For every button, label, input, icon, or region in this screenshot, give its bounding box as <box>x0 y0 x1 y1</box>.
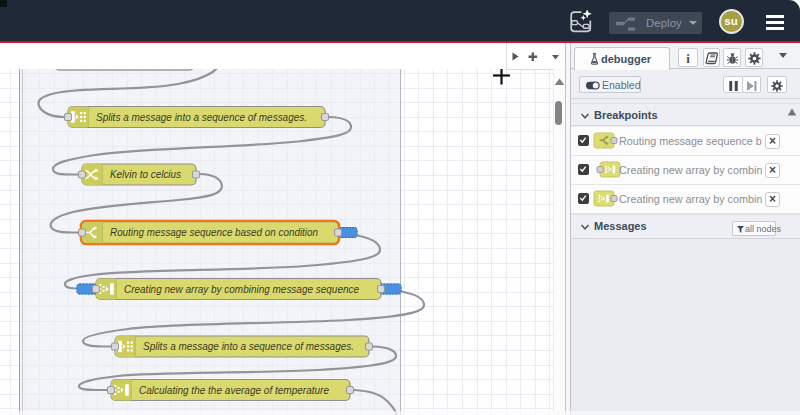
svg-text:Splits a message into a sequen: Splits a message into a sequence of mess… <box>143 340 354 352</box>
svg-text:Creating new array by combinin: Creating new array by combining message … <box>124 283 359 295</box>
svg-text:Calculating the the average of: Calculating the the average of temperatu… <box>139 384 329 396</box>
svg-text:Kelvin to celcius: Kelvin to celcius <box>110 168 182 180</box>
svg-text:Routing message sequence based: Routing message sequence based on condit… <box>110 226 318 238</box>
svg-text:Splits a message into a sequen: Splits a message into a sequence of mess… <box>96 111 307 123</box>
